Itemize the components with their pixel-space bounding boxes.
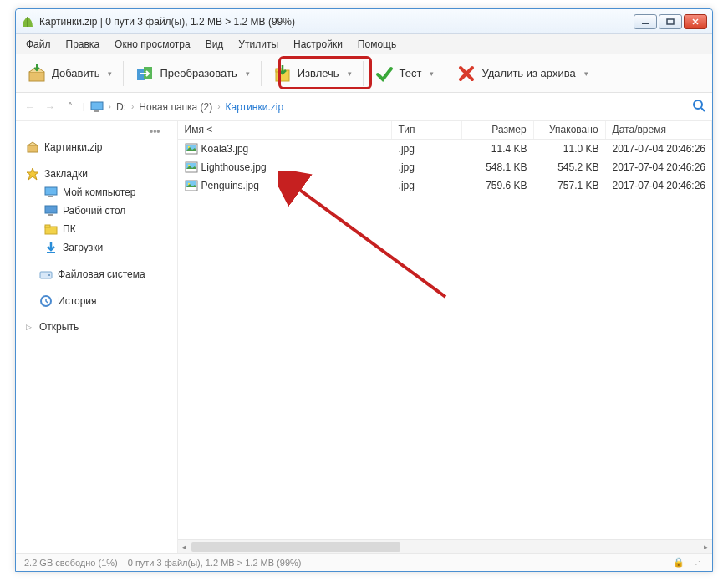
svg-rect-12 [48,196,53,197]
column-name[interactable]: Имя < [178,121,392,139]
box-add-icon [27,64,47,84]
nav-forward-button[interactable]: → [43,100,58,115]
sidebar-filesystem-label: Файловая система [58,268,145,280]
file-size: 759.6 KB [462,177,534,194]
sidebar-item-pc[interactable]: ПК [16,220,177,238]
scroll-left-icon[interactable]: ◂ [178,540,191,553]
sidebar-menu-dots[interactable]: ••• [16,126,177,138]
image-file-icon [185,161,198,173]
scroll-track[interactable] [191,540,699,553]
sidebar-item-downloads[interactable]: Загрузки [16,238,177,257]
breadcrumb-drive[interactable]: D: [116,101,126,113]
close-button[interactable] [684,14,707,29]
window-controls [634,14,707,29]
chevron-down-icon: ▾ [108,69,112,78]
checkmark-icon [374,64,395,84]
breadcrumb-root[interactable] [90,101,104,113]
svg-rect-2 [29,72,44,81]
file-packed: 11.0 KB [534,140,606,157]
sidebar-item-label: Загрузки [63,242,103,253]
file-size: 11.4 KB [462,140,534,157]
nav-back-button[interactable]: ← [23,100,38,115]
window-title: Картинки.zip | 0 пути 3 файл(ы), 1.2 MB … [39,16,634,28]
sidebar-filesystem[interactable]: Файловая система [16,265,177,283]
chevron-right-icon: › [109,102,111,111]
box-icon [26,140,39,154]
monitor-icon [90,101,104,113]
nav-up-button[interactable]: ˄ [63,100,78,115]
content-area: ••• Картинки.zip Закладки Мой компьютер … [16,121,712,553]
desktop-icon [44,204,58,217]
minimize-button[interactable] [634,14,657,29]
table-row[interactable]: Lighthouse.jpg.jpg548.1 KB545.2 KB2017-0… [178,158,712,176]
horizontal-scrollbar[interactable]: ◂ ▸ [178,539,712,553]
delete-button[interactable]: Удалить из архива ▾ [451,59,593,89]
menubar: Файл Правка Окно просмотра Вид Утилиты Н… [16,34,712,54]
sidebar-item-label: Мой компьютер [63,186,135,198]
lock-icon: 🔒 [673,557,685,568]
breadcrumb-folder[interactable]: Новая папка (2) [139,101,212,113]
scroll-right-icon[interactable]: ▸ [699,540,712,553]
svg-rect-1 [667,19,674,24]
convert-icon [135,64,155,84]
search-icon[interactable] [692,99,705,115]
sidebar-history-label: История [58,295,97,307]
column-packed[interactable]: Упаковано [534,121,606,139]
sidebar-archive-root[interactable]: Картинки.zip [16,138,177,156]
convert-button[interactable]: Преобразовать ▾ [129,59,255,89]
svg-rect-7 [91,102,103,110]
svg-rect-8 [94,110,99,112]
divider [261,61,262,86]
table-row[interactable]: Penguins.jpg.jpg759.6 KB757.1 KB2017-07-… [178,176,712,195]
star-icon [26,167,39,181]
column-size[interactable]: Размер [462,121,534,139]
svg-rect-11 [45,187,57,195]
sidebar-open[interactable]: ▷ Открыть [16,319,177,335]
resize-grip-icon[interactable]: ⋰ [695,557,704,568]
add-button[interactable]: Добавить ▾ [21,59,118,89]
sidebar-item-mycomputer[interactable]: Мой компьютер [16,183,177,202]
file-type: .jpg [392,177,462,194]
sidebar-item-desktop[interactable]: Рабочий стол [16,202,177,220]
breadcrumb-archive[interactable]: Картинки.zip [226,101,284,113]
chevron-right-icon: › [217,102,220,111]
folder-icon [44,222,58,236]
sidebar-bookmarks[interactable]: Закладки [16,165,177,183]
image-file-icon [185,143,198,155]
extract-button[interactable]: Извлечь ▾ [267,59,358,89]
chevron-down-icon: ▾ [246,69,250,78]
scroll-thumb[interactable] [191,542,400,552]
menu-help[interactable]: Помощь [351,36,403,53]
file-rows: Koala3.jpg.jpg11.4 KB11.0 KB2017-07-04 2… [178,140,712,539]
menu-edit[interactable]: Правка [59,36,107,53]
maximize-button[interactable] [659,14,682,29]
toolbar: Добавить ▾ Преобразовать ▾ Извлечь ▾ Тес… [16,54,712,93]
sidebar-archive-label: Картинки.zip [44,141,103,153]
column-type[interactable]: Тип [392,121,462,139]
app-icon [21,15,34,28]
test-button[interactable]: Тест ▾ [369,59,440,89]
sidebar-history[interactable]: История [16,292,177,310]
svg-point-19 [48,274,50,276]
menu-tools[interactable]: Утилиты [232,36,285,53]
menu-settings[interactable]: Настройки [287,36,349,53]
file-packed: 757.1 KB [534,177,606,194]
menu-view[interactable]: Вид [199,36,231,53]
column-date[interactable]: Дата/время [606,121,712,139]
chevron-down-icon: ▾ [584,69,588,78]
svg-rect-13 [45,206,57,213]
file-list: Имя < Тип Размер Упаковано Дата/время Ko… [178,121,712,553]
file-type: .jpg [392,140,462,157]
menu-file[interactable]: Файл [19,36,58,53]
menu-view-window[interactable]: Окно просмотра [108,36,197,53]
expand-triangle-icon: ▷ [26,323,34,331]
titlebar: Картинки.zip | 0 пути 3 файл(ы), 1.2 MB … [16,9,712,34]
file-date: 2017-07-04 20:46:26 [606,177,712,194]
table-row[interactable]: Koala3.jpg.jpg11.4 KB11.0 KB2017-07-04 2… [178,140,712,158]
file-date: 2017-07-04 20:46:26 [606,140,712,157]
svg-point-9 [694,100,702,109]
sidebar: ••• Картинки.zip Закладки Мой компьютер … [16,121,178,553]
image-file-icon [185,180,198,191]
chevron-down-icon: ▾ [430,69,434,78]
x-delete-icon [456,64,476,84]
